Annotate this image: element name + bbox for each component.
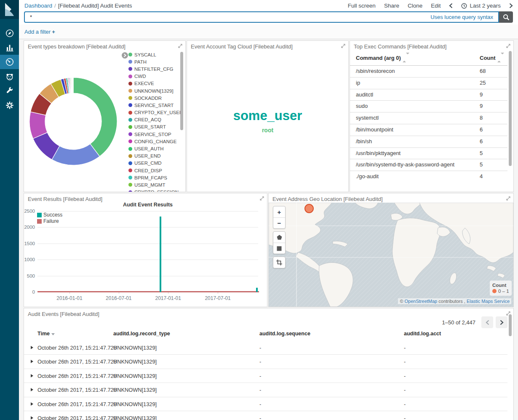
sidebar-item-management[interactable] <box>0 98 19 112</box>
legend-item[interactable]: USER_MGMT <box>128 181 181 188</box>
command-cell[interactable]: ip <box>356 80 360 86</box>
table-row[interactable]: October 26th 2017, 15:21:47.728UNKNOWN[1… <box>24 397 507 411</box>
table-row[interactable]: /usr/bin/systemd-tty-ask-password-agent5 <box>350 159 507 171</box>
legend-item[interactable]: EXECVE <box>128 80 181 87</box>
legend-item[interactable]: CRYPTO_KEY_USER <box>128 109 181 116</box>
table-row[interactable]: /sbin/restorecon68 <box>350 65 507 77</box>
table-row[interactable]: ip25 <box>350 77 507 89</box>
legend-scrollbar-thumb[interactable] <box>180 52 183 130</box>
legend-item[interactable]: SYSCALL <box>128 51 181 58</box>
legend-item[interactable]: BPRM_FCAPS <box>128 174 181 181</box>
table-scrollbar-thumb[interactable] <box>509 314 512 336</box>
command-cell[interactable]: /usr/bin/pkttyagent <box>356 150 401 156</box>
zoom-out-button[interactable]: − <box>273 217 285 228</box>
failure-baseline-series[interactable] <box>37 291 259 292</box>
sidebar-item-dev-tools[interactable] <box>0 83 19 98</box>
legend-item[interactable]: CONFIG_CHANGE <box>128 138 181 145</box>
table-row[interactable]: October 26th 2017, 15:21:47.728UNKNOWN[1… <box>24 369 507 383</box>
table-row[interactable]: /bin/sh6 <box>350 136 507 147</box>
expand-panel-icon[interactable] <box>506 43 511 48</box>
legend-item[interactable]: USER_CMD <box>128 160 181 167</box>
bar-success[interactable] <box>256 288 258 292</box>
table-row[interactable]: /usr/bin/pkttyagent5 <box>350 147 507 159</box>
legend-item[interactable]: Success <box>37 212 62 218</box>
pie-slice-SYSCALL[interactable] <box>73 78 117 156</box>
legend-item[interactable]: NETFILTER_CFG <box>128 65 181 72</box>
expand-row-icon[interactable] <box>31 346 33 349</box>
table-row[interactable]: October 26th 2017, 15:21:47.728UNKNOWN[1… <box>24 341 507 355</box>
column-header-time[interactable]: Time <box>37 331 55 337</box>
clone-button[interactable]: Clone <box>408 3 422 9</box>
legend-item[interactable]: USER_AUTH <box>128 145 181 152</box>
table-row[interactable]: sudo9 <box>350 100 507 112</box>
column-header-count[interactable]: Count <box>480 54 504 61</box>
legend-item[interactable]: CWD <box>128 73 181 80</box>
table-row[interactable]: ./go-audit4 <box>350 171 507 182</box>
draw-rectangle-button[interactable] <box>273 243 285 254</box>
table-row[interactable]: systemctl8 <box>350 112 507 124</box>
sidebar-item-visualize[interactable] <box>0 40 19 55</box>
command-cell[interactable]: /bin/mountpoint <box>356 126 393 133</box>
expand-row-icon[interactable] <box>31 374 33 377</box>
edit-button[interactable]: Edit <box>431 3 441 9</box>
legend-item[interactable]: SERVICE_STOP <box>128 131 181 138</box>
kibana-logo[interactable] <box>0 0 19 19</box>
legend-collapse-button[interactable] <box>122 52 128 59</box>
expand-panel-icon[interactable] <box>259 196 264 201</box>
table-row[interactable]: October 26th 2017, 15:21:47.728UNKNOWN[1… <box>24 355 507 369</box>
breadcrumb-dashboard-link[interactable]: Dashboard <box>24 3 52 9</box>
tag-cloud-word[interactable]: root <box>187 127 348 134</box>
expand-row-icon[interactable] <box>31 402 33 406</box>
elastic-maps-service-link[interactable]: Elastic Maps Service <box>467 299 510 304</box>
sidebar-item-dashboard[interactable] <box>0 55 19 69</box>
legend-item[interactable]: CRED_ACQ <box>128 116 181 123</box>
crop-button[interactable] <box>273 257 285 268</box>
pagination-next-button[interactable] <box>496 316 507 328</box>
legend-item[interactable]: PATH <box>128 58 181 65</box>
bar-success[interactable] <box>160 217 161 292</box>
draw-polygon-button[interactable] <box>273 232 285 243</box>
time-picker-button[interactable]: Last 2 years <box>461 3 501 9</box>
command-cell[interactable]: /bin/sh <box>356 138 372 144</box>
expand-row-icon[interactable] <box>31 416 33 420</box>
table-row[interactable]: /bin/mountpoint6 <box>350 124 507 136</box>
command-cell[interactable]: systemctl <box>356 115 379 121</box>
legend-item[interactable]: SOCKADDR <box>128 94 181 102</box>
legend-item[interactable]: Failure <box>37 218 62 224</box>
sidebar-item-discover[interactable] <box>0 26 19 40</box>
command-cell[interactable]: /usr/bin/systemd-tty-ask-password-agent <box>356 161 454 168</box>
command-cell[interactable]: /sbin/restorecon <box>356 68 395 74</box>
expand-panel-icon[interactable] <box>178 43 183 48</box>
command-cell[interactable]: sudo <box>356 103 368 109</box>
search-button[interactable] <box>499 11 513 23</box>
command-cell[interactable]: ./go-audit <box>356 173 379 179</box>
share-button[interactable]: Share <box>384 3 399 9</box>
geo-point-marker[interactable] <box>304 203 315 214</box>
pie-slice-CRYPTO_SESSION[interactable] <box>73 78 73 93</box>
add-filter-button[interactable]: Add a filter+ <box>24 29 55 35</box>
table-row[interactable]: auditctl9 <box>350 89 507 101</box>
zoom-in-button[interactable]: + <box>273 206 285 217</box>
legend-item[interactable]: CRED_DISP <box>128 167 181 174</box>
table-row[interactable]: October 26th 2017, 15:21:47.728UNKNOWN[1… <box>24 411 507 420</box>
expand-panel-icon[interactable] <box>506 196 511 201</box>
world-map[interactable]: + − <box>269 203 513 307</box>
column-header-command[interactable]: Command (arg 0) <box>356 54 409 61</box>
openstreetmap-link[interactable]: OpenStreetMap <box>405 299 438 304</box>
expand-row-icon[interactable] <box>31 388 33 391</box>
time-back-button[interactable] <box>449 3 453 8</box>
legend-item[interactable]: USER_START <box>128 123 181 131</box>
table-scrollbar-thumb[interactable] <box>509 51 512 166</box>
tag-cloud-word[interactable]: some_user <box>187 108 348 123</box>
expand-row-icon[interactable] <box>31 360 33 363</box>
legend-item[interactable]: UNKNOWN[1329] <box>128 87 181 94</box>
pagination-prev-button[interactable] <box>481 316 493 328</box>
donut-chart[interactable] <box>27 75 119 167</box>
legend-item[interactable]: USER_END <box>128 152 181 160</box>
query-input[interactable]: * Uses lucene query syntax <box>24 11 499 23</box>
full-screen-button[interactable]: Full screen <box>348 3 376 9</box>
sidebar-item-timelion[interactable] <box>0 70 19 84</box>
time-forward-button[interactable] <box>509 3 513 8</box>
table-row[interactable]: October 26th 2017, 15:21:47.728UNKNOWN[1… <box>24 383 507 397</box>
legend-item[interactable]: SERVICE_START <box>128 102 181 109</box>
